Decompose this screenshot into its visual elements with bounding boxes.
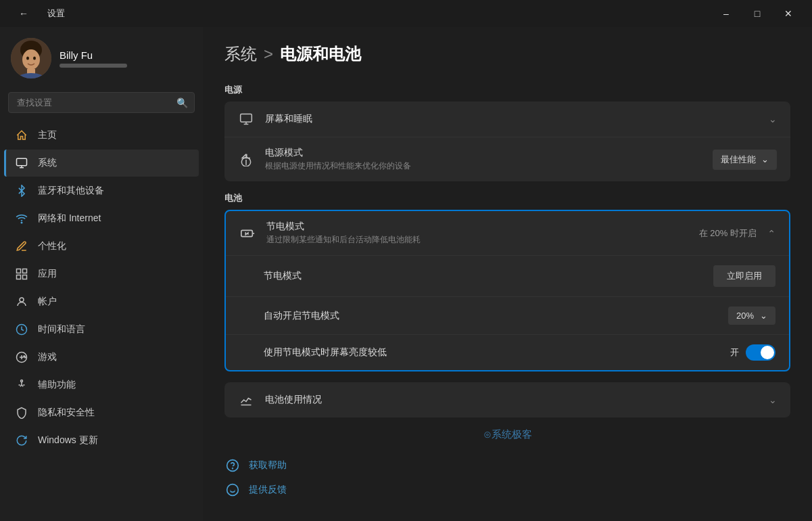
sidebar-item-gaming[interactable]: 游戏	[4, 344, 199, 371]
maximize-button[interactable]: □	[742, 3, 773, 24]
breadcrumb-current: 电源和电池	[280, 43, 361, 65]
battery-saver-header-control: 在 20% 时开启 ⌄	[699, 227, 775, 240]
power-mode-title: 电源模式	[265, 147, 702, 159]
search-input[interactable]	[8, 92, 195, 113]
help-link[interactable]: 获取帮助	[224, 457, 790, 474]
time-icon	[15, 323, 28, 336]
power-mode-value: 最佳性能	[721, 154, 756, 166]
apps-icon	[15, 267, 28, 281]
sidebar-item-time[interactable]: 时间和语言	[4, 316, 199, 343]
sidebar-item-privacy[interactable]: 隐私和安全性	[4, 399, 199, 426]
battery-saver-header[interactable]: 节电模式 通过限制某些通知和后台活动降低电池能耗 在 20% 时开启 ⌄	[226, 211, 789, 256]
battery-card: 节电模式 通过限制某些通知和后台活动降低电池能耗 在 20% 时开启 ⌄ 节电模…	[224, 210, 790, 371]
battery-usage-chevron: ⌄	[769, 394, 777, 405]
svg-point-30	[233, 468, 233, 469]
chevron-down-icon: ⌄	[761, 154, 769, 164]
power-section-label: 电源	[224, 84, 790, 96]
feedback-label: 提供反馈	[249, 484, 287, 496]
avatar	[11, 38, 51, 78]
titlebar-controls: – □ ✕	[711, 3, 804, 24]
sidebar-item-system[interactable]: 系统	[4, 150, 199, 177]
footer-links: 获取帮助 提供反馈	[224, 457, 790, 498]
sidebar-item-personalization[interactable]: 个性化	[4, 233, 199, 260]
sidebar-nav: 主页 系统 蓝牙和其他设备 网络和 Internet	[0, 121, 203, 455]
svg-point-31	[227, 484, 239, 496]
home-icon	[15, 129, 28, 142]
battery-usage-control: ⌄	[769, 394, 777, 405]
breadcrumb-separator: >	[264, 45, 273, 64]
sidebar-item-bluetooth[interactable]: 蓝牙和其他设备	[4, 177, 199, 204]
sidebar-item-accessibility[interactable]: 辅助功能	[4, 371, 199, 399]
svg-point-22	[21, 380, 23, 382]
svg-rect-23	[241, 114, 252, 122]
screen-sleep-row[interactable]: 屏幕和睡眠 ⌄	[224, 101, 790, 137]
brightness-control: 开	[730, 344, 775, 361]
svg-point-15	[20, 298, 24, 302]
auto-battery-row: 自动开启节电模式 20% ⌄	[226, 297, 789, 335]
sidebar-item-label-update: Windows 更新	[38, 434, 188, 447]
sidebar-item-label-accessibility: 辅助功能	[38, 379, 188, 391]
update-icon	[15, 434, 28, 447]
brightness-toggle[interactable]	[746, 344, 775, 361]
back-button[interactable]: ←	[8, 3, 39, 24]
brightness-toggle-wrap: 开	[730, 344, 775, 361]
battery-usage-row[interactable]: 电池使用情况 ⌄	[224, 382, 790, 417]
battery-section-label: 电池	[224, 192, 790, 204]
battery-saver-status: 在 20% 时开启	[699, 227, 757, 240]
titlebar-title: 设置	[47, 7, 65, 20]
battery-saver-enable-button[interactable]: 立即启用	[713, 265, 775, 287]
svg-rect-12	[23, 269, 27, 273]
sidebar-item-label-time: 时间和语言	[38, 323, 188, 336]
breadcrumb-parent[interactable]: 系统	[224, 43, 257, 65]
battery-usage-title: 电池使用情况	[265, 394, 758, 406]
sidebar-profile[interactable]: Billy Fu	[0, 27, 203, 87]
sidebar-item-label-apps: 应用	[38, 268, 188, 280]
svg-rect-7	[17, 158, 27, 166]
power-mode-dropdown[interactable]: 最佳性能 ⌄	[713, 150, 777, 170]
sidebar-item-network[interactable]: 网络和 Internet	[4, 205, 199, 232]
battery-saver-row-control: 立即启用	[713, 265, 775, 287]
feedback-link[interactable]: 提供反馈	[224, 482, 790, 498]
power-mode-subtitle: 根据电源使用情况和性能来优化你的设备	[265, 160, 702, 172]
screen-sleep-content: 屏幕和睡眠	[265, 113, 758, 125]
battery-saver-header-title: 节电模式	[266, 221, 688, 233]
breadcrumb: 系统 > 电源和电池	[224, 43, 790, 65]
power-mode-row: 电源模式 根据电源使用情况和性能来优化你的设备 最佳性能 ⌄	[224, 137, 790, 181]
network-icon	[15, 212, 28, 225]
feedback-icon	[224, 482, 241, 498]
close-button[interactable]: ✕	[773, 3, 804, 24]
personalization-icon	[15, 240, 28, 253]
main-content: 系统 > 电源和电池 电源 屏幕和睡眠 ⌄	[203, 27, 812, 521]
sidebar-item-apps[interactable]: 应用	[4, 260, 199, 288]
brightness-row: 使用节电模式时屏幕亮度较低 开	[226, 335, 789, 370]
profile-name: Billy Fu	[59, 49, 127, 61]
screen-sleep-chevron: ⌄	[769, 114, 777, 124]
bluetooth-icon	[15, 184, 28, 198]
screen-sleep-icon	[238, 111, 254, 127]
battery-saver-header-content: 节电模式 通过限制某些通知和后台活动降低电池能耗	[266, 221, 688, 246]
battery-usage-icon	[238, 392, 254, 408]
sidebar-item-windows-update[interactable]: Windows 更新	[4, 427, 199, 454]
minimize-button[interactable]: –	[711, 3, 742, 24]
battery-saver-header-subtitle: 通过限制某些通知和后台活动降低电池能耗	[266, 234, 688, 246]
app-body: Billy Fu 🔍 主页 系统	[0, 27, 812, 521]
sidebar-item-label-home: 主页	[38, 129, 188, 141]
accounts-icon	[15, 295, 28, 309]
power-mode-control: 最佳性能 ⌄	[713, 150, 777, 170]
battery-usage-card: 电池使用情况 ⌄	[224, 382, 790, 417]
profile-bar	[59, 64, 127, 68]
battery-saver-chevron: ⌄	[767, 228, 775, 239]
auto-battery-dropdown[interactable]: 20% ⌄	[728, 307, 775, 325]
battery-usage-content: 电池使用情况	[265, 394, 758, 406]
watermark-text: ⊙系统极客	[483, 428, 532, 441]
profile-info: Billy Fu	[59, 49, 127, 68]
accessibility-icon	[15, 378, 28, 392]
sidebar-item-label-bluetooth: 蓝牙和其他设备	[38, 185, 188, 197]
battery-saver-row-content: 节电模式	[239, 270, 702, 282]
gaming-icon	[15, 350, 28, 364]
svg-point-21	[25, 357, 26, 358]
svg-point-10	[21, 222, 22, 223]
sidebar-item-label-personalization: 个性化	[38, 240, 188, 252]
sidebar-item-home[interactable]: 主页	[4, 122, 199, 149]
sidebar-item-accounts[interactable]: 帐户	[4, 288, 199, 315]
